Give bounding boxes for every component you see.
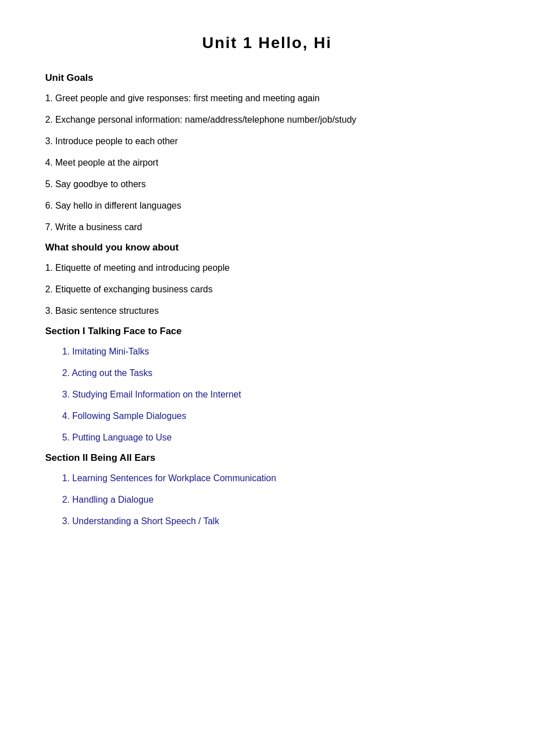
section-heading-section-i: Section I Talking Face to Face	[45, 326, 489, 337]
list-item: 2. Handling a Dialogue	[45, 493, 489, 507]
section-section-i: Section I Talking Face to Face1. Imitati…	[45, 326, 489, 444]
list-item: 1. Greet people and give responses: firs…	[45, 92, 489, 105]
list-item: 3. Introduce people to each other	[45, 135, 489, 148]
list-item: 2. Acting out the Tasks	[45, 366, 489, 380]
list-item: 5. Say goodbye to others	[45, 178, 489, 191]
list-item: 1. Etiquette of meeting and introducing …	[45, 261, 489, 275]
list-item: 1. Learning Sentences for Workplace Comm…	[45, 472, 489, 485]
section-heading-unit-goals: Unit Goals	[45, 72, 489, 84]
list-item: 1. Imitating Mini-Talks	[45, 345, 489, 358]
items-group-unit-goals: 1. Greet people and give responses: firs…	[45, 92, 489, 234]
list-item: 6. Say hello in different languages	[45, 199, 489, 213]
list-item: 2. Etiquette of exchanging business card…	[45, 283, 489, 296]
section-heading-section-ii: Section II Being All Ears	[45, 452, 489, 464]
items-group-section-i: 1. Imitating Mini-Talks2. Acting out the…	[45, 345, 489, 444]
list-item: 4. Meet people at the airport	[45, 156, 489, 170]
list-item: 3. Studying Email Information on the Int…	[45, 388, 489, 401]
items-group-section-ii: 1. Learning Sentences for Workplace Comm…	[45, 472, 489, 528]
list-item: 3. Basic sentence structures	[45, 304, 489, 318]
list-item: 5. Putting Language to Use	[45, 431, 489, 444]
list-item: 3. Understanding a Short Speech / Talk	[45, 515, 489, 528]
section-what-should-you-know: What should you know about1. Etiquette o…	[45, 242, 489, 318]
page-title: Unit 1 Hello, Hi	[45, 34, 489, 52]
section-section-ii: Section II Being All Ears1. Learning Sen…	[45, 452, 489, 528]
section-heading-what-should-you-know: What should you know about	[45, 242, 489, 253]
section-unit-goals: Unit Goals1. Greet people and give respo…	[45, 72, 489, 234]
list-item: 4. Following Sample Dialogues	[45, 409, 489, 423]
list-item: 2. Exchange personal information: name/a…	[45, 113, 489, 127]
items-group-what-should-you-know: 1. Etiquette of meeting and introducing …	[45, 261, 489, 318]
list-item: 7. Write a business card	[45, 221, 489, 234]
